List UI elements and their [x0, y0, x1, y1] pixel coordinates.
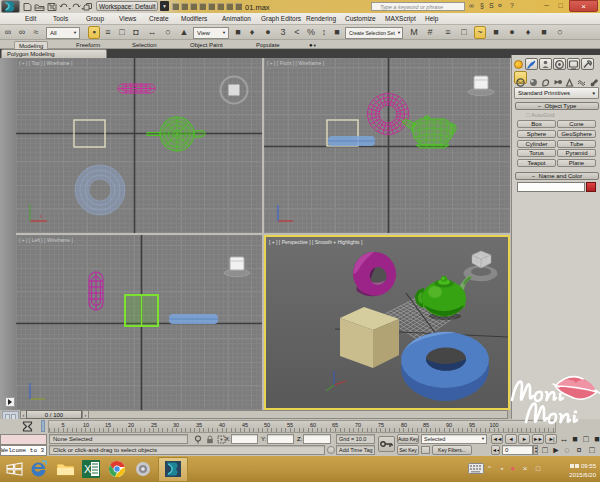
svg-text:x: x [40, 213, 43, 219]
svg-text:X: X [84, 463, 92, 475]
